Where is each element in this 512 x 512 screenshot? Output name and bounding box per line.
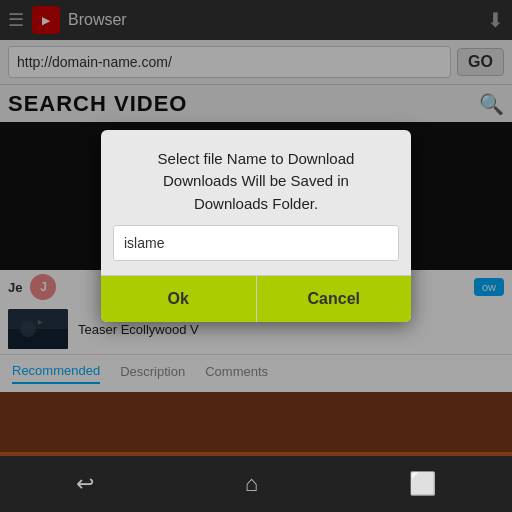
home-icon[interactable]: ⌂ (245, 471, 258, 497)
dialog-overlay: Select file Name to Download Downloads W… (0, 0, 512, 452)
recents-icon[interactable]: ⬜ (409, 471, 436, 497)
filename-input[interactable] (113, 225, 399, 261)
dialog-title: Select file Name to Download Downloads W… (101, 130, 411, 226)
ok-button[interactable]: Ok (101, 276, 257, 322)
back-icon[interactable]: ↩ (76, 471, 94, 497)
dialog-buttons: Ok Cancel (101, 275, 411, 322)
download-dialog: Select file Name to Download Downloads W… (101, 130, 411, 323)
bottom-nav: ↩ ⌂ ⬜ (0, 456, 512, 512)
cancel-button[interactable]: Cancel (257, 276, 412, 322)
